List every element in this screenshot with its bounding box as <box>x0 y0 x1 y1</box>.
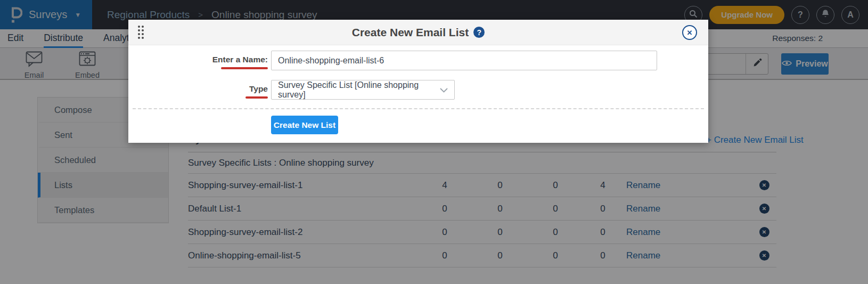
required-underline <box>245 96 268 99</box>
modal-help-icon[interactable]: ? <box>473 27 485 38</box>
drag-handle-icon[interactable] <box>138 26 144 39</box>
create-email-list-modal: Create New Email List ? ✕ Enter a Name: … <box>128 20 708 143</box>
modal-title: Create New Email List <box>352 26 469 39</box>
create-new-list-button[interactable]: Create New List <box>271 116 338 134</box>
app-window: Surveys ▼ Regional Products > Online sho… <box>0 0 868 284</box>
modal-header: Create New Email List ? ✕ <box>128 20 708 45</box>
type-form-row: Type Survey Specific List [Online shoppi… <box>128 80 708 100</box>
list-name-input[interactable] <box>271 51 657 70</box>
name-form-row: Enter a Name: <box>128 51 708 70</box>
name-label-wrap: Enter a Name: <box>128 51 271 69</box>
list-type-select[interactable]: Survey Specific List [Online shopping su… <box>271 80 455 100</box>
type-label: Type <box>249 84 268 94</box>
type-label-wrap: Type <box>128 80 271 99</box>
modal-divider <box>133 108 704 109</box>
required-underline <box>221 67 268 69</box>
name-label: Enter a Name: <box>212 55 268 64</box>
list-type-value: Survey Specific List [Online shopping su… <box>278 80 440 100</box>
chevron-down-icon <box>440 85 448 95</box>
modal-close-button[interactable]: ✕ <box>682 25 697 40</box>
